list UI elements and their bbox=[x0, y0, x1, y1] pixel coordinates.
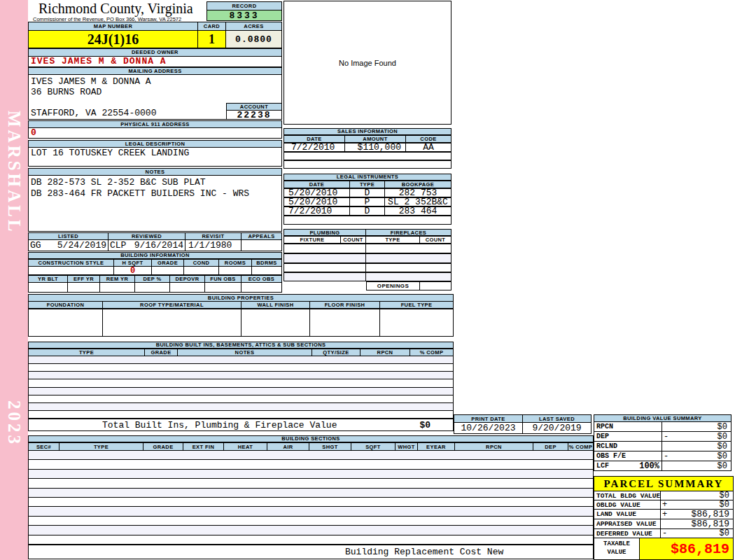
ps-label-text: DEFERRED VALUE bbox=[594, 529, 661, 538]
reviewed-code: CLP bbox=[110, 240, 126, 251]
no-image-placeholder: No Image Found bbox=[339, 59, 396, 67]
listed-code: GG bbox=[30, 240, 41, 251]
building-sections-empty-rows bbox=[28, 451, 594, 545]
bs-grade-label: GRADE bbox=[144, 442, 183, 451]
bvs-operator: - bbox=[662, 432, 672, 441]
sales-code-label: CODE bbox=[406, 135, 451, 143]
instrument-row: 5/20/2010 D 282 753 bbox=[284, 188, 451, 197]
rooms-value bbox=[219, 266, 252, 275]
instrument-type-label: TYPE bbox=[350, 181, 385, 188]
ps-operator: - bbox=[661, 529, 671, 538]
ps-row-deferred: DEFERRED VALUE -$0 bbox=[594, 529, 734, 538]
hsqft-value: 0 bbox=[114, 266, 152, 275]
notes-line: DB 283-464 FR PACKETT BUILDERS INC - WRS bbox=[31, 188, 281, 200]
depovr-value bbox=[170, 282, 205, 293]
bvs-value: $0 bbox=[672, 461, 731, 470]
bvs-row-rpcn: RPCN $0 bbox=[594, 422, 732, 432]
plumbing-empty-row bbox=[284, 253, 451, 263]
ps-label-text: TOTAL BLDG VALUE bbox=[594, 491, 661, 500]
built-ins-empty-rows bbox=[28, 356, 454, 419]
instrument-type: D bbox=[350, 206, 385, 216]
notes-line: DB 282-573 SL 2-352 B&C SUB PLAT bbox=[31, 177, 281, 188]
bs-rpcn-label: RPCN bbox=[455, 442, 533, 451]
mailing-line: 36 BURNS ROAD bbox=[31, 87, 281, 97]
instrument-empty-row bbox=[284, 216, 451, 225]
ps-value: $86,819 bbox=[671, 519, 733, 528]
sale-amount: $110,000 bbox=[345, 143, 406, 152]
plumbing-empty-row bbox=[284, 244, 451, 253]
vendor-vertical-label: MARSHALL bbox=[4, 111, 24, 234]
listed-date: 5/24/2019 bbox=[57, 240, 106, 251]
roof-type-value bbox=[103, 309, 241, 337]
plumbing-title: PLUMBING bbox=[284, 229, 366, 236]
sales-empty-row bbox=[284, 152, 451, 160]
fixture-count-label: COUNT bbox=[341, 236, 366, 244]
ps-value: $0 bbox=[671, 529, 733, 538]
replacement-cost-label: Building Replacement Cost New bbox=[345, 547, 503, 557]
builtins-comp-label: % COMP bbox=[410, 349, 454, 356]
wall-finish-value bbox=[241, 309, 310, 337]
instrument-row: 7/2/2010 D 283 464 bbox=[284, 206, 451, 216]
building-properties-values bbox=[28, 309, 454, 337]
instrument-row: 5/20/2010 P SL 2 352B&C bbox=[284, 197, 451, 206]
bvs-row-dep: DEP -$0 bbox=[594, 432, 732, 442]
fuel-type-value bbox=[380, 309, 454, 337]
effyr-value bbox=[68, 282, 100, 293]
builtins-qty-label: QTY/SIZE bbox=[312, 349, 360, 356]
plumbing-empty-row bbox=[284, 272, 451, 281]
bs-shgt-label: SHGT bbox=[309, 442, 351, 451]
sales-empty-row bbox=[284, 160, 451, 169]
grade-value bbox=[152, 266, 184, 275]
building-sections-footer: Building Replacement Cost New bbox=[28, 545, 594, 559]
bs-heat-label: HEAT bbox=[224, 442, 267, 451]
ps-value: $0 bbox=[671, 491, 733, 500]
floor-finish-value bbox=[310, 309, 380, 337]
legal-description-value: LOT 16 TOTUSKEY CREEK LANDING bbox=[28, 147, 282, 167]
fireplaces-title: FIREPLACES bbox=[366, 229, 451, 236]
sales-information-title: SALES INFORMATION bbox=[284, 128, 451, 135]
sales-date-label: DATE bbox=[284, 135, 345, 143]
reviewed-date: 9/16/2014 bbox=[134, 240, 183, 251]
instrument-type: D bbox=[350, 188, 385, 197]
fireplace-type-label: TYPE bbox=[366, 236, 420, 244]
instrument-date: 5/20/2010 bbox=[284, 197, 350, 206]
roof-type-label: ROOF TYPE/MATERIAL bbox=[103, 301, 241, 309]
bs-dep-label: DEP bbox=[533, 442, 568, 451]
bs-air-label: AIR bbox=[267, 442, 309, 451]
bvs-row-lcf: LCF100% $0 bbox=[594, 461, 732, 471]
ps-value: $0 bbox=[671, 500, 733, 509]
fuel-type-label: FUEL TYPE bbox=[380, 301, 454, 309]
built-ins-total-label: Total Built Ins, Plumbing & Fireplace Va… bbox=[29, 420, 337, 430]
bs-type-label: TYPE bbox=[59, 442, 144, 451]
builtins-notes-label: NOTES bbox=[178, 349, 312, 356]
openings-label: OPENINGS bbox=[366, 281, 420, 290]
bvs-row-obs: OBS F/E -$0 bbox=[594, 451, 732, 461]
reviewed-value: CLP 9/16/2014 bbox=[108, 239, 186, 251]
ps-label-text: OBLDG VALUE bbox=[594, 500, 661, 509]
fixture-label: FIXTURE bbox=[284, 236, 341, 244]
bs-sqft-label: SQFT bbox=[351, 442, 396, 451]
account-value: 22238 bbox=[226, 110, 282, 120]
ps-operator: + bbox=[661, 510, 671, 519]
year-vertical-label: 2023 bbox=[4, 400, 24, 447]
property-image-panel: No Image Found bbox=[284, 1, 451, 125]
builtins-type-label: TYPE bbox=[28, 349, 145, 356]
ps-row-land: LAND VALUE +$86,819 bbox=[594, 510, 734, 519]
foundation-value bbox=[28, 309, 103, 337]
bvs-label-suffix: 100% bbox=[639, 461, 659, 470]
print-date-value: 10/26/2023 bbox=[454, 422, 523, 434]
record-value: 8333 bbox=[206, 10, 282, 21]
building-information-title: BUILDING INFORMATION bbox=[28, 252, 282, 259]
bvs-value: $0 bbox=[672, 432, 731, 441]
physical-address-value: 0 bbox=[28, 127, 282, 139]
notes-block: DB 282-573 SL 2-352 B&C SUB PLAT DB 283-… bbox=[28, 175, 282, 232]
built-ins-total-value: $0 bbox=[419, 420, 453, 430]
ps-label-text: APPRAISED VALUE bbox=[594, 519, 661, 528]
parcel-summary-title: PARCEL SUMMARY bbox=[594, 476, 734, 491]
listed-value: GG 5/24/2019 bbox=[28, 239, 108, 251]
bs-whgt-label: WHGT bbox=[396, 442, 418, 451]
plumbing-empty-row bbox=[284, 263, 451, 272]
appeals-value bbox=[241, 239, 282, 251]
acres-value: 0.0800 bbox=[226, 30, 282, 48]
openings-value bbox=[420, 281, 451, 290]
